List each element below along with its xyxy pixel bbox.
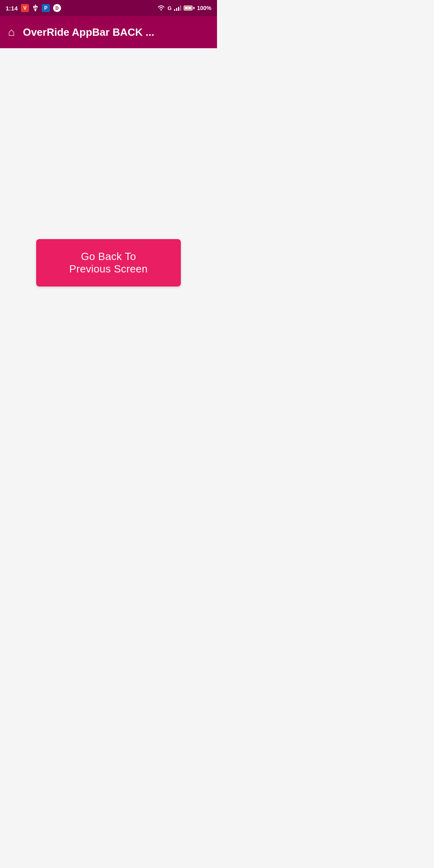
- app-bar: ⌂ OverRide AppBar BACK ...: [0, 16, 217, 48]
- wifi-icon: [157, 4, 165, 12]
- svg-point-2: [35, 10, 36, 11]
- disney-icon: D: [53, 4, 61, 12]
- status-time: 1:14: [6, 5, 18, 12]
- usb-icon: [32, 4, 39, 12]
- battery-icon: ⚡: [184, 6, 194, 10]
- status-bar-left: 1:14 V P D: [6, 4, 61, 12]
- svg-point-1: [36, 6, 37, 8]
- go-back-button[interactable]: Go Back To Previous Screen: [36, 239, 181, 287]
- app-bar-title: OverRide AppBar BACK ...: [23, 26, 209, 39]
- home-icon[interactable]: ⌂: [8, 27, 15, 38]
- mobile-data-icon: G: [168, 5, 172, 11]
- svg-point-3: [161, 9, 162, 10]
- parking-icon: P: [42, 4, 50, 12]
- vivid-icon: V: [21, 4, 29, 12]
- main-content: Go Back To Previous Screen: [0, 48, 217, 434]
- signal-icon: [174, 5, 181, 11]
- status-bar: 1:14 V P D G: [0, 0, 217, 16]
- status-bar-right: G ⚡ 100%: [157, 4, 211, 12]
- svg-point-0: [33, 7, 35, 8]
- battery-percent: 100%: [197, 5, 211, 11]
